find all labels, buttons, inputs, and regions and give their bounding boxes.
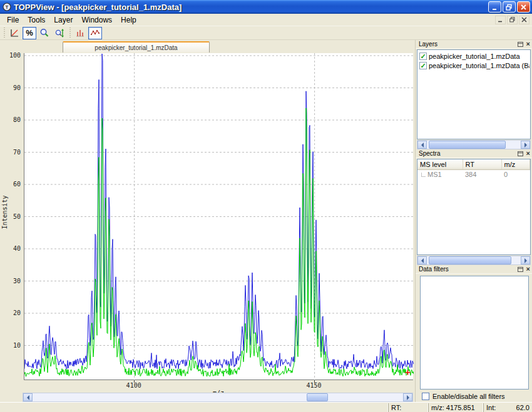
close-button[interactable] — [517, 1, 530, 13]
menu-layer[interactable]: Layer — [49, 14, 77, 26]
data-filters-dock: Data filters × Enable/disable all filter… — [416, 265, 532, 402]
dock-float-icon[interactable] — [518, 42, 523, 47]
reset-zoom-button[interactable] — [8, 27, 21, 39]
dock-float-icon[interactable] — [518, 267, 523, 272]
spectrum-view-area: peakpicker_tutorial_1.mzData Intensity 1… — [0, 40, 415, 402]
toolbar-handle[interactable] — [3, 28, 6, 39]
mdi-window-buttons — [494, 16, 532, 24]
spectra-mz: 0 — [501, 170, 530, 179]
title-bar: T TOPPView - [peakpicker_tutorial_1.mzDa… — [0, 0, 532, 14]
app-icon: T — [3, 3, 11, 11]
y-tick-label: 100 — [0, 52, 21, 59]
dock-close-icon[interactable]: × — [526, 266, 530, 272]
spectra-dock-header: Spectra × — [416, 149, 532, 158]
scroll-right-button[interactable] — [403, 393, 412, 401]
x-tick-label: 4100 — [120, 382, 148, 389]
spectra-dock-title: Spectra — [419, 150, 440, 157]
y-tick-label: 40 — [0, 245, 21, 252]
enable-filters-checkbox[interactable] — [422, 393, 429, 400]
scroll-right-button[interactable] — [521, 141, 530, 149]
scroll-thumb[interactable] — [307, 393, 328, 401]
status-field: 62.0 — [502, 403, 532, 412]
svg-text:T: T — [6, 4, 9, 10]
layer-checkbox[interactable]: ✓ — [419, 62, 427, 69]
layers-scrollbar[interactable] — [417, 140, 531, 149]
menu-tools[interactable]: Tools — [23, 14, 49, 26]
zoom-range-button[interactable] — [53, 27, 66, 39]
enable-filters-row: Enable/disable all filters — [416, 391, 532, 402]
zoom-button[interactable] — [38, 27, 51, 39]
menu-file[interactable]: File — [3, 14, 23, 26]
spectra-column-header[interactable]: RT — [463, 159, 501, 170]
status-bar: RT:m/z: 4175.851Int:62.0 — [0, 402, 532, 412]
scroll-left-button[interactable] — [23, 393, 33, 401]
y-axis-title: Intensity — [1, 191, 8, 234]
spectrum-trace — [24, 54, 414, 369]
status-field: RT: — [388, 403, 428, 412]
scroll-track[interactable] — [427, 256, 521, 264]
y-tick-label: 60 — [0, 181, 21, 188]
dock-close-icon[interactable]: × — [526, 151, 530, 156]
spectra-row[interactable]: MS13840 — [417, 170, 530, 179]
peaks-mode-button[interactable] — [73, 27, 87, 39]
layers-dock-title: Layers — [419, 41, 437, 48]
restore-button[interactable] — [503, 1, 516, 13]
status-field: m/z: 4175.851 — [428, 403, 483, 412]
menu-bar: FileToolsLayerWindowsHelp — [0, 14, 532, 26]
toolbar: % — [0, 26, 532, 40]
tab-peakpicker-tutorial[interactable]: peakpicker_tutorial_1.mzData — [63, 41, 210, 53]
y-tick-label: 50 — [0, 213, 21, 220]
menu-help[interactable]: Help — [116, 14, 141, 26]
spectrum-plot[interactable]: Intensity 102030405060708090100 41004150… — [0, 53, 415, 402]
layers-list[interactable]: ✓peakpicker_tutorial_1.mzData✓peakpicker… — [417, 49, 531, 139]
magnifier-icon — [39, 28, 49, 38]
scroll-left-button[interactable] — [417, 256, 427, 264]
scroll-left-button[interactable] — [417, 141, 427, 149]
scroll-track[interactable] — [427, 141, 521, 149]
toolbar-handle[interactable] — [68, 28, 71, 39]
scroll-right-button[interactable] — [521, 256, 530, 264]
spectra-rt: 384 — [463, 170, 501, 179]
menu-windows[interactable]: Windows — [77, 14, 116, 26]
mdi-restore-button[interactable] — [507, 16, 518, 24]
data-filters-list[interactable] — [420, 276, 529, 389]
layer-item[interactable]: ✓peakpicker_tutorial_1.mzData — [418, 51, 529, 61]
line-mode-button[interactable] — [88, 27, 102, 39]
magnifier-arrows-icon — [54, 28, 64, 38]
scroll-track[interactable] — [33, 393, 403, 401]
axes-line-icon — [9, 28, 19, 38]
layer-checkbox[interactable]: ✓ — [419, 53, 427, 60]
layer-label: peakpicker_tutorial_1.mzData — [429, 53, 520, 60]
y-tick-label: 10 — [0, 342, 21, 349]
mdi-close-button[interactable] — [519, 16, 529, 24]
spectra-table[interactable]: MS levelRTm/z MS13840 — [417, 159, 530, 179]
dock-close-icon[interactable]: × — [526, 41, 530, 47]
spectrum-svg — [24, 53, 414, 380]
intensity-percentage-button[interactable]: % — [23, 27, 36, 39]
y-tick-label: 90 — [0, 84, 21, 91]
layer-item[interactable]: ✓peakpicker_tutorial_1.mzData (Bas — [418, 61, 529, 70]
y-tick-label: 70 — [0, 149, 21, 156]
scroll-thumb[interactable] — [429, 256, 511, 264]
percent-icon: % — [26, 28, 33, 38]
dock-float-icon[interactable] — [518, 151, 523, 156]
spectra-column-header[interactable]: MS level — [417, 159, 463, 170]
plot-canvas[interactable] — [24, 53, 413, 380]
spectra-dock: Spectra × MS levelRTm/z MS13840 — [416, 149, 532, 265]
spectra-column-header[interactable]: m/z — [501, 159, 530, 170]
spectra-scrollbar[interactable] — [417, 256, 531, 265]
line-chart-icon — [90, 28, 100, 38]
dock-panels: Layers × ✓peakpicker_tutorial_1.mzData✓p… — [415, 40, 532, 402]
tree-elbow-icon — [421, 173, 426, 177]
plot-horizontal-scrollbar[interactable] — [23, 393, 413, 402]
tab-label: peakpicker_tutorial_1.mzData — [95, 44, 177, 51]
minimize-button[interactable] — [488, 1, 501, 13]
y-tick-label: 30 — [0, 278, 21, 284]
scroll-thumb[interactable] — [429, 141, 506, 149]
layers-dock-header: Layers × — [416, 40, 532, 49]
layers-dock: Layers × ✓peakpicker_tutorial_1.mzData✓p… — [416, 40, 532, 149]
y-tick-label: 80 — [0, 116, 21, 123]
mdi-minimize-button[interactable] — [495, 16, 506, 24]
spectra-table-container: MS levelRTm/z MS13840 — [417, 159, 531, 255]
y-tick-label: 20 — [0, 309, 21, 316]
